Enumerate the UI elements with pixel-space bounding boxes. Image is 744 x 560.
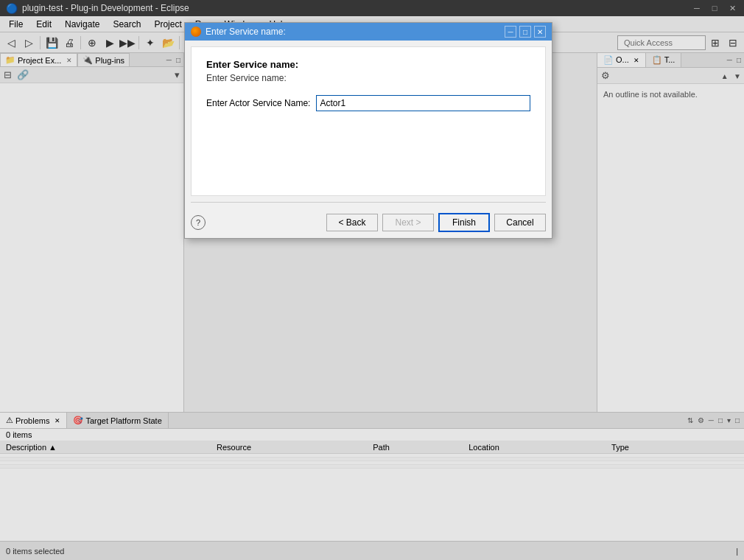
dialog-title: Enter Service name: [206,27,286,37]
cancel-button[interactable]: Cancel [494,214,546,231]
dialog-service-name-input[interactable] [316,95,530,111]
dialog: Enter Service name: ─ □ ✕ Enter Service … [184,22,552,239]
dialog-maximize-btn[interactable]: □ [519,26,531,38]
dialog-subtitle: Enter Service name: [206,73,530,83]
dialog-separator [191,202,546,203]
back-button[interactable]: < Back [326,214,378,231]
finish-button[interactable]: Finish [438,213,490,232]
dialog-heading: Enter Service name: [206,59,530,70]
dialog-buttons: ? < Back Next > Finish Cancel [185,209,552,238]
dialog-field-label: Enter Actor Service Name: [206,98,310,108]
dialog-form-area: Enter Actor Service Name: [206,95,530,183]
dialog-help-icon[interactable]: ? [191,215,206,230]
dialog-titlebar: Enter Service name: ─ □ ✕ [185,23,552,41]
dialog-form-row: Enter Actor Service Name: [206,95,530,111]
next-button[interactable]: Next > [382,214,434,231]
dialog-close-btn[interactable]: ✕ [534,26,546,38]
dialog-title-icon [191,27,201,37]
dialog-titlebar-controls[interactable]: ─ □ ✕ [505,26,546,38]
dialog-overlay: Enter Service name: ─ □ ✕ Enter Service … [0,0,744,560]
dialog-minimize-btn[interactable]: ─ [505,26,516,38]
dialog-content: Enter Service name: Enter Service name: … [191,46,546,196]
